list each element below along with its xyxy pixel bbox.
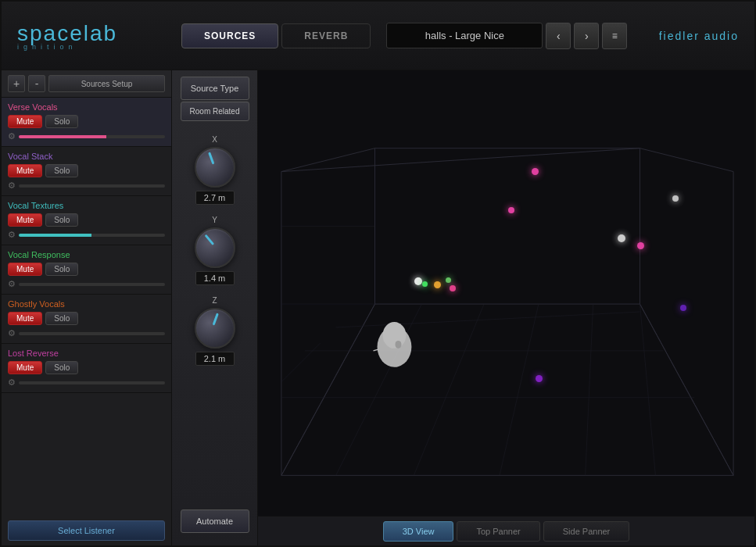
source-name: Verse Vocals <box>8 102 165 112</box>
solo-button[interactable]: Solo <box>45 164 78 177</box>
tab-reverb[interactable]: REVERB <box>281 23 371 48</box>
app-subtitle: ignition <box>17 43 174 51</box>
source-type-button[interactable]: Source Type <box>181 77 249 100</box>
solo-button[interactable]: Solo <box>45 115 78 128</box>
z-value: 2.1 m <box>195 352 235 366</box>
x-knob[interactable] <box>195 147 235 188</box>
content-area: + - Sources Setup Verse Vocals Mute Solo… <box>2 70 754 545</box>
svg-line-14 <box>586 304 593 475</box>
source-buttons: Mute Solo <box>8 213 165 227</box>
x-label: X <box>212 135 217 144</box>
preset-area: halls - Large Nice ‹ › ≡ <box>386 23 627 49</box>
source-item-vocal-textures[interactable]: Vocal Textures Mute Solo ⚙ <box>2 196 171 245</box>
svg-point-23 <box>382 322 406 349</box>
add-source-button[interactable]: + <box>8 75 25 92</box>
svg-line-8 <box>640 304 733 475</box>
svg-line-12 <box>414 304 484 475</box>
source-name: Ghostly Vocals <box>8 299 165 309</box>
preset-prev-button[interactable]: ‹ <box>546 23 571 49</box>
header-tabs: SOURCES REVERB <box>181 23 371 48</box>
source-name: Lost Reverse <box>8 349 165 358</box>
svg-line-18 <box>336 312 640 327</box>
level-bar <box>19 283 165 286</box>
source-bar: ⚙ <box>8 328 165 338</box>
source-buttons: Mute Solo <box>8 263 165 276</box>
solo-button[interactable]: Solo <box>45 361 78 374</box>
room-svg <box>258 70 754 514</box>
gear-icon[interactable]: ⚙ <box>8 279 16 289</box>
solo-button[interactable]: Solo <box>45 213 78 227</box>
source-item-lost-reverse[interactable]: Lost Reverse Mute Solo ⚙ <box>2 344 171 393</box>
source-bar: ⚙ <box>8 279 165 289</box>
preset-menu-button[interactable]: ≡ <box>602 23 627 49</box>
source-item-verse-vocals[interactable]: Verse Vocals Mute Solo ⚙ <box>2 98 171 147</box>
source-bar: ⚙ <box>8 377 165 388</box>
source-bar: ⚙ <box>8 230 165 240</box>
mute-button[interactable]: Mute <box>8 263 42 276</box>
level-bar <box>19 184 165 188</box>
y-knob[interactable] <box>195 227 235 268</box>
gear-icon[interactable]: ⚙ <box>8 328 16 338</box>
svg-marker-0 <box>281 304 733 475</box>
solo-button[interactable]: Solo <box>45 263 78 276</box>
sources-panel: + - Sources Setup Verse Vocals Mute Solo… <box>2 70 172 545</box>
sources-header: + - Sources Setup <box>2 70 171 98</box>
svg-line-13 <box>500 304 539 475</box>
select-listener-button[interactable]: Select Listener <box>8 520 165 541</box>
svg-line-7 <box>281 148 640 172</box>
mute-button[interactable]: Mute <box>8 361 42 374</box>
source-name: Vocal Response <box>8 250 165 259</box>
source-item-vocal-stack[interactable]: Vocal Stack Mute Solo ⚙ <box>2 147 171 196</box>
source-item-vocal-response[interactable]: Vocal Response Mute Solo ⚙ <box>2 245 171 295</box>
source-name: Vocal Stack <box>8 152 165 161</box>
preset-display: halls - Large Nice <box>386 23 543 48</box>
gear-icon[interactable]: ⚙ <box>8 230 16 240</box>
svg-line-11 <box>336 304 422 475</box>
main-container: spacelab ignition SOURCES REVERB halls -… <box>0 0 756 547</box>
y-knob-container: Y 1.4 m <box>195 211 235 285</box>
3d-view-button[interactable]: 3D View <box>383 521 454 542</box>
header: spacelab ignition SOURCES REVERB halls -… <box>2 2 754 70</box>
source-buttons: Mute Solo <box>8 361 165 374</box>
preset-next-button[interactable]: › <box>574 23 599 49</box>
sources-setup-button[interactable]: Sources Setup <box>48 75 165 92</box>
source-buttons: Mute Solo <box>8 115 165 128</box>
svg-line-10 <box>640 148 733 172</box>
view-panel: 3D View Top Panner Side Panner <box>258 70 754 545</box>
source-buttons: Mute Solo <box>8 312 165 325</box>
svg-point-24 <box>395 341 401 349</box>
mute-button[interactable]: Mute <box>8 115 42 128</box>
svg-line-21 <box>281 343 321 382</box>
logo-area: spacelab ignition <box>17 21 174 51</box>
z-knob-container: Z 2.1 m <box>195 291 235 366</box>
y-value: 1.4 m <box>195 271 235 285</box>
y-label: Y <box>212 216 217 224</box>
mute-button[interactable]: Mute <box>8 164 42 177</box>
gear-icon[interactable]: ⚙ <box>8 131 16 141</box>
svg-line-3 <box>281 148 375 172</box>
source-name: Vocal Textures <box>8 201 165 210</box>
remove-source-button[interactable]: - <box>28 75 45 92</box>
z-label: Z <box>212 296 217 305</box>
x-value: 2.7 m <box>195 191 235 205</box>
z-knob[interactable] <box>195 308 235 349</box>
gear-icon[interactable]: ⚙ <box>8 181 16 191</box>
solo-button[interactable]: Solo <box>45 312 78 325</box>
tab-sources[interactable]: SOURCES <box>181 23 278 48</box>
mute-button[interactable]: Mute <box>8 312 42 325</box>
side-panner-button[interactable]: Side Panner <box>543 521 630 542</box>
level-bar <box>19 332 165 335</box>
mute-button[interactable]: Mute <box>8 213 42 227</box>
view-controls: 3D View Top Panner Side Panner <box>258 516 754 545</box>
automate-button[interactable]: Automate <box>181 509 249 533</box>
top-panner-button[interactable]: Top Panner <box>457 521 539 542</box>
3d-view[interactable] <box>258 70 754 516</box>
source-bar: ⚙ <box>8 181 165 191</box>
room-related-button[interactable]: Room Related <box>181 102 249 121</box>
gear-icon[interactable]: ⚙ <box>8 377 16 388</box>
svg-line-15 <box>640 304 655 475</box>
brand-label: fiedler audio <box>659 30 739 42</box>
level-bar <box>19 234 165 237</box>
source-buttons: Mute Solo <box>8 164 165 177</box>
source-item-ghostly-vocals[interactable]: Ghostly Vocals Mute Solo ⚙ <box>2 295 171 344</box>
